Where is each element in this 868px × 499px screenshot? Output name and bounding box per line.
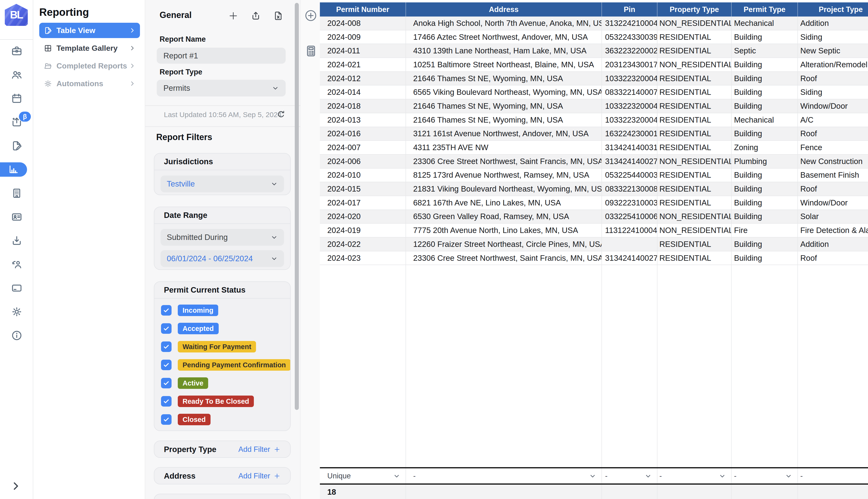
table-cell[interactable]: 2024-021 <box>320 58 406 71</box>
table-cell[interactable]: 2024-010 <box>320 169 406 182</box>
table-cell[interactable]: Basement Finish <box>798 169 868 182</box>
rail-item-bar-chart[interactable] <box>0 162 27 177</box>
table-cell[interactable]: 103322320004 <box>602 72 657 85</box>
table-cell[interactable]: 2024-022 <box>320 238 406 251</box>
table-cell[interactable]: 093222310003 <box>602 196 657 209</box>
rail-item-team[interactable] <box>0 68 33 82</box>
table-cell[interactable]: RESIDENTIAL <box>657 44 732 58</box>
table-cell[interactable]: 8125 173rd Avenue Northwest, Ramsey, MN,… <box>406 169 602 182</box>
table-cell[interactable]: Fire <box>732 224 798 237</box>
table-cell[interactable]: 313224210004 <box>602 16 657 30</box>
status-checkbox[interactable] <box>161 360 172 370</box>
nav-item-template-gallery[interactable]: Template Gallery <box>39 40 140 56</box>
summary-select-4[interactable]: - <box>732 468 798 484</box>
report-name-input[interactable]: Report #1 <box>157 48 286 64</box>
table-cell[interactable]: 2024-018 <box>320 99 406 113</box>
table-cell[interactable]: Roof <box>798 252 868 265</box>
table-cell[interactable]: 17466 Aztec Street Northwest, Andover, M… <box>406 31 602 44</box>
table-cell[interactable]: Building <box>732 182 798 196</box>
table-cell[interactable]: 7775 20th Avenue North, Lino Lakes, MN, … <box>406 224 602 237</box>
rail-item-people-sync[interactable] <box>0 257 33 271</box>
table-cell[interactable]: 21646 Thames St NE, Wyoming, MN, USA <box>406 113 602 127</box>
table-cell[interactable]: 033225410006 <box>602 210 657 223</box>
table-cell[interactable]: 21646 Thames St NE, Wyoming, MN, USA <box>406 72 602 85</box>
table-cell[interactable]: 313424140027 <box>602 252 657 265</box>
table-cell[interactable]: 2024-020 <box>320 210 406 223</box>
table-row[interactable]: 2024-02323306 Cree Street Northwest, Sai… <box>320 252 868 265</box>
table-row[interactable]: 2024-0146565 Viking Boulevard Northeast,… <box>320 85 868 99</box>
rail-item-download[interactable] <box>0 233 33 248</box>
table-cell[interactable]: Plumbing <box>732 155 798 168</box>
summary-select-2[interactable]: - <box>602 468 657 484</box>
table-row[interactable]: 2024-0074311 235TH AVE NW313424140031RES… <box>320 141 868 155</box>
table-cell[interactable]: 10251 Baltimore Street Northeast, Blaine… <box>406 58 602 71</box>
table-cell[interactable]: Building <box>732 210 798 223</box>
table-cell[interactable]: 083322130008 <box>602 182 657 196</box>
table-cell[interactable]: RESIDENTIAL <box>657 113 732 127</box>
table-cell[interactable]: Building <box>732 31 798 44</box>
table-cell[interactable]: 2024-008 <box>320 16 406 30</box>
table-cell[interactable]: 2024-011 <box>320 44 406 58</box>
table-cell[interactable]: Building <box>732 169 798 182</box>
table-cell[interactable]: 2024-006 <box>320 155 406 168</box>
status-checkbox[interactable] <box>161 305 172 316</box>
table-cell[interactable]: Mechanical <box>732 16 798 30</box>
table-cell[interactable]: 2024-014 <box>320 85 406 99</box>
column-header-permit-type[interactable]: Permit Type <box>732 2 798 16</box>
table-cell[interactable]: Roof <box>798 72 868 85</box>
table-row[interactable]: 2024-01821646 Thames St NE, Wyoming, MN,… <box>320 99 868 113</box>
summary-select-0[interactable]: Unique <box>320 468 406 484</box>
table-cell[interactable]: 6821 167th Ave NE, Lino Lakes, MN, USA <box>406 196 602 209</box>
table-cell[interactable]: Roof <box>798 127 868 141</box>
calculations-button[interactable] <box>304 45 317 58</box>
table-cell[interactable]: 053224330039 <box>602 31 657 44</box>
new-report-button[interactable] <box>228 11 239 21</box>
add-property-type-filter-button[interactable]: Add Filter <box>238 445 281 454</box>
table-cell[interactable]: Addition <box>798 16 868 30</box>
table-cell[interactable]: Alteration/Remodel <box>798 58 868 71</box>
table-cell[interactable]: NON_RESIDENTIAL <box>657 155 732 168</box>
table-row[interactable]: 2024-00623306 Cree Street Northwest, Sai… <box>320 155 868 169</box>
rail-item-info[interactable] <box>0 328 33 343</box>
table-cell[interactable]: RESIDENTIAL <box>657 127 732 141</box>
table-cell[interactable]: 21646 Thames St NE, Wyoming, MN, USA <box>406 99 602 113</box>
table-cell[interactable]: 2024-012 <box>320 72 406 85</box>
download-xls-button[interactable] <box>273 11 284 21</box>
table-cell[interactable]: Siding <box>798 85 868 99</box>
export-button[interactable] <box>251 11 261 21</box>
table-cell[interactable]: 2024-019 <box>320 224 406 237</box>
table-cell[interactable]: 21831 Viking Boulevard Northeast, Wyomin… <box>406 182 602 196</box>
table-row[interactable]: 2024-008Anoka High School, North 7th Ave… <box>320 16 868 31</box>
table-cell[interactable]: Window/Door <box>798 196 868 209</box>
table-row[interactable]: 2024-01521831 Viking Boulevard Northeast… <box>320 182 868 196</box>
nav-item-table-view[interactable]: Table View <box>39 23 140 38</box>
table-cell[interactable]: 6565 Viking Boulevard Northeast, Wyoming… <box>406 85 602 99</box>
rail-item-document-edit[interactable] <box>0 139 33 153</box>
table-cell[interactable]: 363223220002 <box>602 44 657 58</box>
table-cell[interactable]: 6530 Green Valley Road, Ramsey, MN, USA <box>406 210 602 223</box>
rail-item-credit-card[interactable] <box>0 281 33 295</box>
table-cell[interactable]: 3121 161st Avenue Northwest, Andover, MN… <box>406 127 602 141</box>
table-cell[interactable]: RESIDENTIAL <box>657 182 732 196</box>
table-cell[interactable]: RESIDENTIAL <box>657 72 732 85</box>
table-cell[interactable]: Mechanical <box>732 113 798 127</box>
panel-scrollbar[interactable] <box>295 3 299 410</box>
table-cell[interactable]: 203123430017 <box>602 58 657 71</box>
status-checkbox[interactable] <box>161 341 172 352</box>
column-header-permit-number[interactable]: Permit Number <box>320 2 406 16</box>
table-row[interactable]: 2024-0108125 173rd Avenue Northwest, Ram… <box>320 169 868 182</box>
table-cell[interactable]: 083322140007 <box>602 85 657 99</box>
table-cell[interactable]: 2024-007 <box>320 141 406 154</box>
status-checkbox[interactable] <box>161 414 172 425</box>
app-logo[interactable]: BL <box>5 4 28 26</box>
table-cell[interactable]: RESIDENTIAL <box>657 252 732 265</box>
table-cell[interactable]: New Septic <box>798 44 868 58</box>
status-checkbox[interactable] <box>161 396 172 406</box>
table-cell[interactable]: Building <box>732 127 798 141</box>
status-checkbox[interactable] <box>161 323 172 334</box>
table-cell[interactable]: 23306 Cree Street Northwest, Saint Franc… <box>406 252 602 265</box>
date-mode-select[interactable]: Submitted During <box>161 229 284 246</box>
table-cell[interactable]: 103322320004 <box>602 113 657 127</box>
rail-item-building[interactable] <box>0 186 33 200</box>
add-column-button[interactable] <box>304 9 318 23</box>
